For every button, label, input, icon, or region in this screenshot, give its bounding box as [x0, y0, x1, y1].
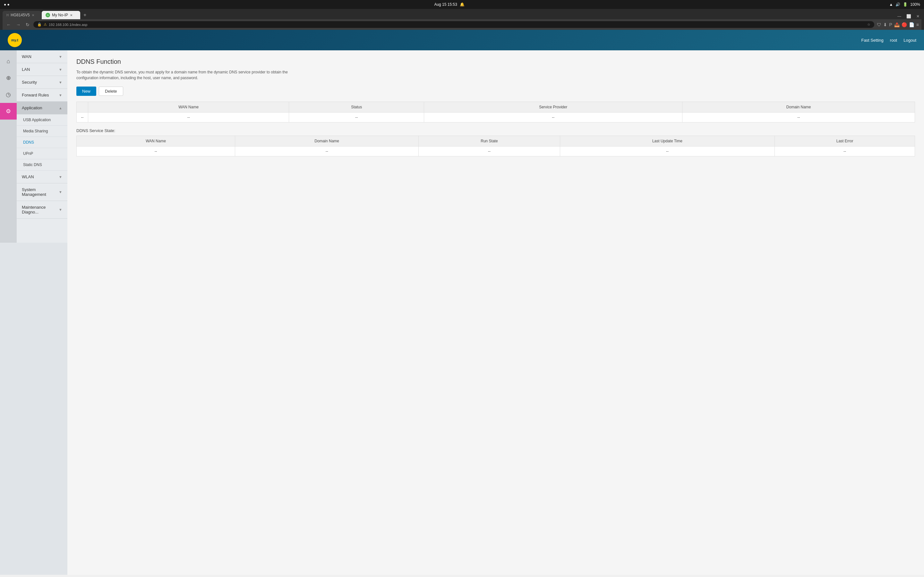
- sidebar-subitem-usb-application[interactable]: USB Application: [17, 114, 67, 126]
- main-layout: ⌂ ⊕ ◷ ⚙ WAN ▼ LAN ▼ Security ▼: [0, 50, 924, 575]
- window-maximize-button[interactable]: ⬜: [905, 13, 913, 19]
- lock-icon: 🔒: [37, 23, 42, 27]
- sscol-last-error: Last Error: [775, 136, 915, 147]
- sidebar-icon-gear[interactable]: ⚙: [0, 103, 17, 119]
- os-pill: ● ●: [4, 2, 10, 7]
- sscell-last-update-time: --: [560, 147, 774, 156]
- tab-bar: H HG8145V5 ✕ N My No-IP ✕ + — ⬜ ✕: [3, 11, 921, 19]
- delete-button[interactable]: Delete: [99, 87, 123, 96]
- wan-chevron: ▼: [59, 55, 62, 59]
- application-label: Application: [22, 105, 42, 110]
- menu-icon[interactable]: ≡: [916, 22, 919, 27]
- wlan-chevron: ▼: [59, 175, 62, 179]
- datetime: Aug 15 15:53: [434, 2, 457, 7]
- sidebar-icon-clock[interactable]: ◷: [0, 86, 17, 103]
- window-minimize-button[interactable]: —: [895, 13, 903, 19]
- battery-icon: 🔋: [903, 2, 908, 7]
- sscell-wan-name: --: [77, 147, 235, 156]
- sidebar: ⌂ ⊕ ◷ ⚙ WAN ▼ LAN ▼ Security ▼: [0, 50, 67, 575]
- tab-mynoip[interactable]: N My No-IP ✕: [42, 11, 80, 19]
- cell-wan-name: --: [88, 113, 289, 122]
- tab-close-hg[interactable]: ✕: [32, 13, 34, 17]
- reload-button[interactable]: ↻: [24, 21, 31, 28]
- sscell-last-error: --: [775, 147, 915, 156]
- sidebar-subitem-ddns[interactable]: DDNS: [17, 137, 67, 148]
- action-buttons: New Delete: [76, 87, 915, 96]
- forward-rules-label: Forward Rules: [22, 93, 49, 97]
- service-state-table: WAN Name Domain Name Run State Last Upda…: [76, 135, 915, 156]
- col-service-provider: Service Provider: [424, 102, 682, 113]
- cell-checkbox: --: [77, 113, 88, 122]
- download-icon: ⬇: [883, 22, 887, 27]
- sscell-domain-name: --: [235, 147, 419, 156]
- volume-icon: 🔊: [895, 2, 900, 7]
- back-button[interactable]: ←: [5, 21, 12, 28]
- sidebar-item-wlan[interactable]: WLAN ▼: [17, 171, 67, 183]
- sidebar-item-forward-rules[interactable]: Forward Rules ▼: [17, 89, 67, 102]
- forward-button[interactable]: →: [15, 21, 22, 28]
- static-dns-label: Static DNS: [23, 163, 42, 167]
- application-chevron: ▲: [59, 106, 62, 110]
- sidebar-icon-upload[interactable]: ⊕: [0, 69, 17, 86]
- col-domain-name: Domain Name: [682, 102, 915, 113]
- sidebar-item-security[interactable]: Security ▼: [17, 76, 67, 89]
- sidebar-item-lan[interactable]: LAN ▼: [17, 63, 67, 76]
- tab-favicon-hg: H: [6, 13, 9, 17]
- browser-chrome: H HG8145V5 ✕ N My No-IP ✕ + — ⬜ ✕ ← → ↻ …: [0, 9, 924, 30]
- service-state-row: -- -- -- -- --: [77, 147, 915, 156]
- user-label: root: [890, 38, 897, 43]
- header-nav: Fast Setting root Logout: [861, 38, 916, 43]
- address-text: 192.168.100.1/index.asp: [49, 23, 87, 27]
- tab-label-hg: HG8145V5: [11, 13, 29, 17]
- address-bar[interactable]: 🔒 ⚠ 192.168.100.1/index.asp ☆: [33, 21, 874, 28]
- description: To obtain the dynamic DNS service, you m…: [76, 69, 294, 81]
- window-close-button[interactable]: ✕: [914, 13, 921, 19]
- table-row: -- -- -- -- --: [77, 113, 915, 122]
- sidebar-menu: WAN ▼ LAN ▼ Security ▼ Forward Rules ▼ A…: [17, 50, 67, 243]
- sidebar-subitem-upnp[interactable]: UPnP: [17, 148, 67, 159]
- sidebar-item-maintenance[interactable]: Maintenance Diagno... ▼: [17, 201, 67, 219]
- lan-label: LAN: [22, 67, 30, 72]
- tab-favicon-noip: N: [45, 13, 50, 17]
- sscell-run-state: --: [419, 147, 560, 156]
- tab-label-noip: My No-IP: [52, 13, 68, 17]
- browser-toolbar: ← → ↻ 🔒 ⚠ 192.168.100.1/index.asp ☆ 🛡 ⬇ …: [3, 19, 921, 30]
- system-management-label: System Management: [22, 187, 59, 197]
- cell-domain-name: --: [682, 113, 915, 122]
- os-bar: ● ● Aug 15 15:53 🔔 ▲ 🔊 🔋 100%: [0, 0, 924, 9]
- sscol-last-update-time: Last Update Time: [560, 136, 774, 147]
- addon-icon: 🔴: [901, 22, 907, 27]
- app-logo: my.t: [8, 33, 22, 47]
- tab-hg8145v5[interactable]: H HG8145V5 ✕: [3, 11, 41, 19]
- sidebar-item-wan[interactable]: WAN ▼: [17, 50, 67, 63]
- col-status: Status: [289, 102, 424, 113]
- sscol-domain-name: Domain Name: [235, 136, 419, 147]
- tab-close-noip[interactable]: ✕: [70, 13, 73, 17]
- system-mgmt-chevron: ▼: [59, 190, 62, 194]
- new-button[interactable]: New: [76, 87, 96, 96]
- main-table: WAN Name Status Service Provider Domain …: [76, 102, 915, 122]
- sidebar-icon-home[interactable]: ⌂: [0, 53, 17, 69]
- fast-setting-link[interactable]: Fast Setting: [861, 38, 883, 43]
- forward-chevron: ▼: [59, 93, 62, 97]
- wlan-label: WLAN: [22, 174, 34, 179]
- security-chevron: ▼: [59, 81, 62, 84]
- sidebar-item-application[interactable]: Application ▲: [17, 102, 67, 114]
- page-title: DDNS Function: [76, 58, 915, 65]
- wifi-icon: ▲: [889, 2, 893, 7]
- sidebar-subitem-media-sharing[interactable]: Media Sharing: [17, 126, 67, 137]
- security-label: Security: [22, 80, 37, 85]
- sscol-wan-name: WAN Name: [77, 136, 235, 147]
- new-tab-button[interactable]: +: [81, 11, 89, 19]
- content-area: DDNS Function To obtain the dynamic DNS …: [67, 50, 924, 575]
- cell-status: --: [289, 113, 424, 122]
- app-header: my.t Fast Setting root Logout: [0, 30, 924, 50]
- logout-link[interactable]: Logout: [903, 38, 916, 43]
- usb-app-label: USB Application: [23, 118, 51, 122]
- col-checkbox: [77, 102, 88, 113]
- col-wan-name: WAN Name: [88, 102, 289, 113]
- sidebar-item-system-management[interactable]: System Management ▼: [17, 183, 67, 201]
- sidebar-subitem-static-dns[interactable]: Static DNS: [17, 159, 67, 171]
- reader-icon: 📄: [909, 22, 914, 27]
- star-icon[interactable]: ☆: [867, 23, 871, 27]
